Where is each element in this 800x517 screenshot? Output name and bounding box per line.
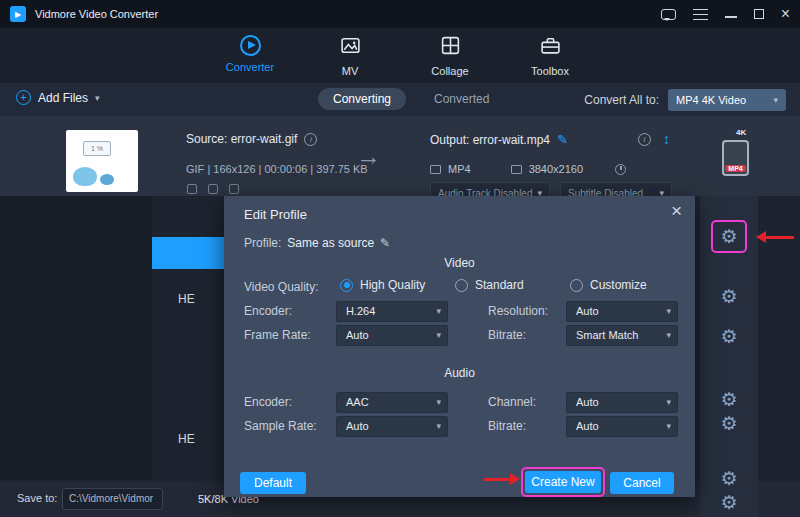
feedback-icon[interactable] bbox=[661, 9, 676, 20]
info-icon[interactable]: i bbox=[638, 133, 651, 146]
chevron-down-icon: ▾ bbox=[666, 417, 671, 436]
dropdown-value: H.264 bbox=[346, 305, 375, 317]
radio-high-quality[interactable]: High Quality bbox=[340, 278, 425, 292]
tab-label: MV bbox=[342, 65, 359, 77]
selected-category-partial[interactable] bbox=[152, 237, 224, 269]
duration-icon bbox=[615, 164, 626, 175]
thumbnail-character bbox=[73, 167, 97, 186]
tab-converter[interactable]: Converter bbox=[217, 35, 283, 83]
profile-category-list bbox=[0, 196, 152, 480]
thumbnail-progress-box: 1 % bbox=[83, 141, 111, 156]
chevron-down-icon: ▾ bbox=[436, 393, 441, 412]
dropdown-value: Smart Match bbox=[576, 329, 638, 341]
edit-tool-icon[interactable] bbox=[208, 184, 218, 194]
channel-dropdown[interactable]: Auto ▾ bbox=[566, 392, 678, 413]
chevron-down-icon: ▾ bbox=[666, 326, 671, 345]
tab-label: Converter bbox=[226, 61, 274, 73]
close-button[interactable]: × bbox=[781, 7, 790, 21]
edit-profile-dialog: Edit Profile × Profile: Same as source ✎… bbox=[224, 196, 695, 497]
toolbar: + Add Files ▾ Converting Converted Conve… bbox=[0, 83, 800, 116]
tab-converting[interactable]: Converting bbox=[318, 88, 406, 110]
save-to-input[interactable]: C:\Vidmore\Vidmor bbox=[62, 488, 163, 510]
app-window: ▶ Vidmore Video Converter × Converter MV bbox=[0, 0, 800, 517]
profile-gear-button[interactable]: ⚙ bbox=[717, 412, 741, 436]
chevron-down-icon: ▾ bbox=[436, 302, 441, 321]
dropdown-value: AAC bbox=[346, 396, 369, 408]
radio-icon bbox=[570, 279, 583, 292]
convert-all-label: Convert All to: bbox=[584, 93, 659, 107]
resolution-dropdown[interactable]: Auto ▾ bbox=[566, 301, 678, 322]
radio-icon bbox=[455, 279, 468, 292]
radio-label: Customize bbox=[590, 278, 647, 292]
dropdown-value: Auto bbox=[576, 420, 599, 432]
maximize-button[interactable] bbox=[754, 9, 764, 19]
profile-item-partial: HE bbox=[178, 432, 195, 446]
add-files-label: Add Files bbox=[38, 91, 88, 105]
edit-profile-name-icon[interactable]: ✎ bbox=[380, 236, 390, 250]
sample-rate-dropdown[interactable]: Auto ▾ bbox=[336, 416, 448, 437]
profile-value: Same as source bbox=[287, 236, 374, 250]
tab-collage[interactable]: Collage bbox=[417, 35, 483, 83]
minimize-button[interactable] bbox=[725, 16, 737, 18]
edit-tools bbox=[187, 184, 239, 194]
video-quality-label: Video Quality: bbox=[244, 280, 319, 294]
main-nav: Converter MV Collage To bbox=[0, 28, 800, 83]
dropdown-value: Auto bbox=[576, 396, 599, 408]
menu-icon[interactable] bbox=[693, 9, 708, 20]
tab-mv[interactable]: MV bbox=[317, 35, 383, 83]
file-row: 1 % Source: error-wait.gif i GIF | 166x1… bbox=[0, 116, 800, 196]
compress-icon[interactable]: ↕ bbox=[663, 131, 670, 147]
profile-gear-button[interactable]: ⚙ bbox=[717, 325, 741, 349]
source-meta: GIF | 166x126 | 00:00:06 | 397.75 KB bbox=[186, 163, 368, 175]
profile-gear-button[interactable]: ⚙ bbox=[717, 285, 741, 309]
sample-rate-label: Sample Rate: bbox=[244, 419, 317, 433]
source-line: Source: error-wait.gif i bbox=[186, 132, 317, 146]
titlebar-controls: × bbox=[661, 7, 790, 21]
tab-converted[interactable]: Converted bbox=[432, 88, 491, 110]
info-icon[interactable]: i bbox=[304, 133, 317, 146]
radio-customize[interactable]: Customize bbox=[570, 278, 647, 292]
audio-encoder-label: Encoder: bbox=[244, 395, 292, 409]
list-tabs: Converting Converted bbox=[318, 88, 491, 110]
dropdown-value: Auto bbox=[346, 329, 369, 341]
dialog-title: Edit Profile bbox=[244, 207, 307, 222]
plus-icon: + bbox=[16, 90, 31, 105]
video-bitrate-dropdown[interactable]: Smart Match ▾ bbox=[566, 325, 678, 346]
dropdown-value: Auto bbox=[346, 420, 369, 432]
profile-gear-button[interactable]: ⚙ bbox=[717, 467, 741, 491]
profile-gear-button[interactable]: ⚙ bbox=[717, 388, 741, 412]
default-button[interactable]: Default bbox=[240, 472, 306, 494]
audio-section-header: Audio bbox=[224, 366, 695, 380]
convert-all-group: Convert All to: MP4 4K Video ▾ bbox=[584, 89, 786, 111]
dialog-close-button[interactable]: × bbox=[671, 201, 682, 221]
convert-all-dropdown[interactable]: MP4 4K Video ▾ bbox=[668, 89, 786, 111]
converter-icon bbox=[240, 35, 261, 56]
create-new-button[interactable]: Create New bbox=[525, 471, 601, 493]
format-icon bbox=[430, 165, 441, 174]
output-meta: MP4 3840x2160 bbox=[430, 163, 626, 175]
add-files-button[interactable]: + Add Files ▾ bbox=[16, 90, 100, 105]
audio-encoder-dropdown[interactable]: AAC ▾ bbox=[336, 392, 448, 413]
thumbnail-character-2 bbox=[100, 174, 114, 185]
rename-icon[interactable]: ✎ bbox=[557, 132, 568, 147]
output-line: Output: error-wait.mp4 ✎ bbox=[430, 132, 568, 147]
chevron-down-icon: ▾ bbox=[773, 95, 778, 105]
mv-icon bbox=[340, 35, 361, 60]
edit-tool-icon[interactable] bbox=[229, 184, 239, 194]
titlebar: ▶ Vidmore Video Converter × bbox=[0, 0, 800, 28]
convert-arrow-icon: → bbox=[356, 142, 381, 171]
audio-bitrate-dropdown[interactable]: Auto ▾ bbox=[566, 416, 678, 437]
radio-standard[interactable]: Standard bbox=[455, 278, 524, 292]
video-encoder-dropdown[interactable]: H.264 ▾ bbox=[336, 301, 448, 322]
format-badge-label: MP4 bbox=[725, 165, 746, 172]
edit-tool-icon[interactable] bbox=[187, 184, 197, 194]
profile-gear-button[interactable]: ⚙ bbox=[717, 491, 741, 515]
output-format: MP4 bbox=[448, 163, 471, 175]
collage-icon bbox=[440, 35, 461, 60]
bitrate-label: Bitrate: bbox=[488, 328, 526, 342]
chevron-down-icon: ▾ bbox=[666, 393, 671, 412]
tab-toolbox[interactable]: Toolbox bbox=[517, 35, 583, 83]
frame-rate-dropdown[interactable]: Auto ▾ bbox=[336, 325, 448, 346]
cancel-button[interactable]: Cancel bbox=[610, 472, 674, 494]
file-thumbnail: 1 % bbox=[66, 130, 138, 192]
